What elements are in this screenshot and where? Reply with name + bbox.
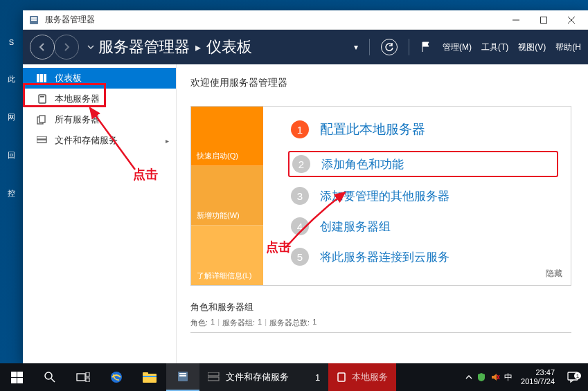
svg-rect-18 bbox=[11, 378, 17, 383]
menu-view[interactable]: 视图(V) bbox=[518, 42, 546, 53]
svg-rect-15 bbox=[37, 140, 46, 143]
tray-volume-icon[interactable] bbox=[490, 372, 500, 382]
taskbar: 文件和存储服务 1 本地服务 中 23:47 2019/7/24 1 bbox=[0, 363, 588, 391]
roles-section: 角色和服务器组 角色:1 | 服务器组:1 | 服务器总数:1 bbox=[190, 301, 571, 333]
svg-rect-2 bbox=[31, 19, 37, 21]
sidebar-item-all-servers[interactable]: 所有服务器 bbox=[23, 109, 176, 130]
ime-indicator[interactable]: 中 bbox=[504, 372, 513, 383]
dashboard-icon bbox=[37, 73, 48, 84]
nav-dropdown-icon[interactable] bbox=[87, 44, 94, 51]
menu-tools[interactable]: 工具(T) bbox=[481, 42, 508, 53]
minimize-button[interactable] bbox=[502, 12, 530, 28]
content-pane: 欢迎使用服务器管理器 快速启动(Q) 新增功能(W) 了解详细信息(L) 1 配… bbox=[177, 64, 588, 364]
chevron-right-icon: ▸ bbox=[166, 137, 169, 145]
nav-back-button[interactable] bbox=[30, 35, 55, 60]
welcome-tiles: 快速启动(Q) 新增功能(W) 了解详细信息(L) 1 配置此本地服务器 2 添… bbox=[190, 106, 571, 286]
svg-rect-22 bbox=[77, 374, 85, 381]
svg-rect-27 bbox=[143, 372, 148, 375]
svg-rect-14 bbox=[37, 136, 46, 139]
step-add-servers[interactable]: 3 添加要管理的其他服务器 bbox=[291, 187, 558, 205]
svg-rect-28 bbox=[143, 376, 157, 377]
taskbar-server-manager[interactable] bbox=[166, 363, 199, 391]
tile-whatsnew[interactable]: 新增功能(W) bbox=[191, 166, 263, 226]
svg-rect-32 bbox=[208, 372, 219, 376]
notification-center[interactable]: 1 bbox=[563, 371, 582, 383]
sidebar-item-file-storage[interactable]: 文件和存储服务 ▸ bbox=[23, 130, 176, 151]
svg-rect-9 bbox=[44, 74, 46, 82]
server-icon bbox=[37, 93, 48, 104]
hide-link[interactable]: 隐藏 bbox=[546, 268, 562, 280]
taskbar-tile-local[interactable]: 本地服务 bbox=[328, 363, 396, 391]
breadcrumb-page[interactable]: 仪表板 bbox=[206, 37, 252, 57]
svg-rect-24 bbox=[86, 378, 89, 382]
close-button[interactable] bbox=[558, 12, 585, 28]
refresh-icon[interactable] bbox=[381, 39, 398, 55]
tile-learnmore[interactable]: 了解详细信息(L) bbox=[191, 226, 263, 285]
step-create-group[interactable]: 4 创建服务器组 bbox=[291, 217, 558, 235]
desktop-icons-column: S 此 网 回 控 bbox=[0, 0, 23, 363]
breadcrumb-app[interactable]: 服务器管理器 bbox=[98, 37, 190, 57]
svg-rect-33 bbox=[208, 377, 219, 381]
menu-help[interactable]: 帮助(H bbox=[555, 42, 581, 53]
svg-rect-31 bbox=[179, 375, 186, 376]
tile-quickstart[interactable]: 快速启动(Q) bbox=[191, 107, 263, 166]
svg-rect-13 bbox=[39, 116, 45, 122]
sidebar-item-local-server[interactable]: 本地服务器 bbox=[23, 89, 176, 109]
nav-forward-button[interactable] bbox=[54, 35, 79, 60]
svg-rect-1 bbox=[31, 17, 37, 19]
maximize-button[interactable] bbox=[530, 12, 558, 28]
svg-rect-34 bbox=[338, 373, 345, 381]
taskbar-explorer[interactable] bbox=[133, 363, 166, 391]
svg-rect-30 bbox=[179, 373, 186, 374]
start-button[interactable] bbox=[0, 363, 33, 391]
svg-point-20 bbox=[45, 372, 52, 379]
taskbar-search[interactable] bbox=[33, 363, 66, 391]
taskbar-taskview[interactable] bbox=[66, 363, 100, 391]
step-add-roles[interactable]: 2 添加角色和功能 bbox=[288, 151, 558, 177]
svg-rect-16 bbox=[11, 372, 17, 377]
tray-chevron-icon[interactable] bbox=[465, 374, 472, 381]
sidebar-item-label: 文件和存储服务 bbox=[55, 134, 118, 147]
svg-rect-23 bbox=[86, 372, 89, 376]
sidebar-item-label: 所有服务器 bbox=[55, 113, 100, 126]
svg-rect-7 bbox=[37, 74, 39, 82]
sidebar-item-label: 仪表板 bbox=[55, 72, 82, 84]
sidebar-item-dashboard[interactable]: 仪表板 bbox=[23, 68, 176, 89]
sidebar: 仪表板 本地服务器 所有服务器 文件和存储服务 ▸ bbox=[23, 64, 177, 364]
svg-line-21 bbox=[51, 379, 55, 382]
svg-rect-11 bbox=[40, 96, 44, 98]
storage-icon bbox=[37, 135, 48, 146]
steps-list: 1 配置此本地服务器 2 添加角色和功能 3 添加要管理的其他服务器 4 bbox=[263, 107, 571, 285]
step-configure-local[interactable]: 1 配置此本地服务器 bbox=[291, 120, 558, 138]
tray-shield-icon[interactable] bbox=[476, 372, 486, 382]
svg-rect-17 bbox=[17, 372, 23, 377]
app-icon bbox=[28, 15, 39, 26]
breadcrumb: 服务器管理器 ▸ 仪表板 bbox=[98, 37, 354, 57]
svg-rect-10 bbox=[39, 95, 46, 103]
titlebar: 服务器管理器 bbox=[23, 10, 588, 30]
sidebar-item-label: 本地服务器 bbox=[55, 93, 100, 105]
flag-icon[interactable] bbox=[420, 41, 431, 53]
taskbar-ie[interactable] bbox=[100, 363, 133, 391]
welcome-heading: 欢迎使用服务器管理器 bbox=[190, 77, 571, 89]
taskbar-tile-storage[interactable]: 文件和存储服务 1 bbox=[199, 363, 328, 391]
servers-icon bbox=[37, 114, 48, 125]
window-title: 服务器管理器 bbox=[45, 14, 95, 26]
roles-heading: 角色和服务器组 bbox=[190, 301, 571, 313]
svg-rect-19 bbox=[17, 378, 23, 383]
step-connect-cloud[interactable]: 5 将此服务器连接到云服务 bbox=[291, 248, 558, 266]
server-manager-window: 服务器管理器 服务器管理器 ▸ 仪表板 ▾ bbox=[23, 10, 588, 364]
taskbar-clock[interactable]: 23:47 2019/7/24 bbox=[517, 368, 559, 386]
svg-rect-8 bbox=[40, 74, 43, 82]
svg-rect-4 bbox=[541, 17, 547, 23]
system-tray[interactable]: 中 bbox=[465, 372, 513, 383]
menu-manage[interactable]: 管理(M) bbox=[443, 42, 472, 53]
navbar: 服务器管理器 ▸ 仪表板 ▾ 管理(M) 工具(T) 视图(V) 帮助(H bbox=[23, 30, 588, 64]
